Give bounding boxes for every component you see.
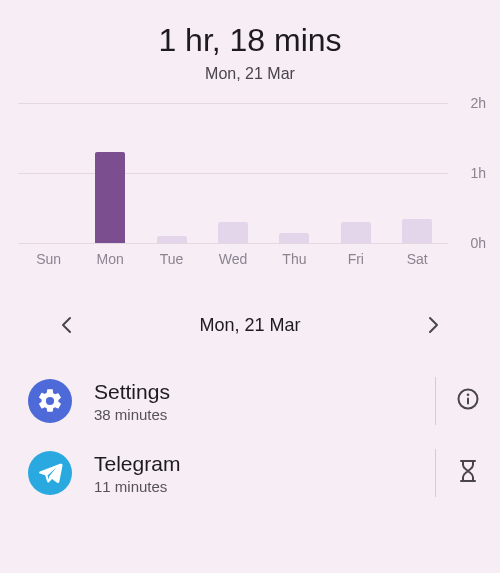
chart-x-tick-label: Wed [202, 251, 263, 267]
usage-bar-chart[interactable]: 0h1h2hSunMonTueWedThuFriSat [0, 103, 500, 273]
chart-x-tick-label: Tue [141, 251, 202, 267]
chart-x-tick-label: Sun [18, 251, 79, 267]
chart-y-tick-label: 1h [470, 165, 486, 181]
chart-bar-slot[interactable]: Thu [264, 103, 325, 243]
app-name: Settings [94, 380, 427, 404]
chart-bar-slot[interactable]: Tue [141, 103, 202, 243]
chevron-left-icon [60, 316, 72, 334]
date-nav-label: Mon, 21 Mar [199, 315, 300, 336]
chart-bar-slot[interactable]: Sun [18, 103, 79, 243]
total-time: 1 hr, 18 mins [0, 22, 500, 59]
svg-point-1 [467, 394, 470, 397]
date-navigator: Mon, 21 Mar [0, 311, 500, 339]
settings-icon [28, 379, 72, 423]
app-text: Settings38 minutes [94, 380, 427, 423]
app-timer-button[interactable] [454, 459, 482, 487]
telegram-icon [28, 451, 72, 495]
app-row[interactable]: Telegram11 minutes [0, 437, 500, 509]
svg-rect-2 [467, 398, 469, 405]
chart-bars: SunMonTueWedThuFriSat [18, 103, 448, 243]
chart-x-tick-label: Thu [264, 251, 325, 267]
next-day-button[interactable] [420, 311, 448, 339]
app-duration: 11 minutes [94, 478, 427, 495]
app-text: Telegram11 minutes [94, 452, 427, 495]
chart-bar-slot[interactable]: Wed [202, 103, 263, 243]
info-icon [456, 387, 480, 415]
chevron-right-icon [428, 316, 440, 334]
separator [435, 449, 436, 497]
hourglass-icon [457, 459, 479, 487]
total-date: Mon, 21 Mar [0, 65, 500, 83]
chart-bar [95, 152, 125, 243]
chart-bar [157, 236, 187, 243]
summary-header: 1 hr, 18 mins Mon, 21 Mar [0, 0, 500, 83]
chart-bar-slot[interactable]: Mon [79, 103, 140, 243]
chart-bar-slot[interactable]: Fri [325, 103, 386, 243]
app-name: Telegram [94, 452, 427, 476]
chart-bar [402, 219, 432, 244]
chart-y-tick-label: 2h [470, 95, 486, 111]
chart-bar-slot[interactable]: Sat [387, 103, 448, 243]
chart-x-tick-label: Mon [79, 251, 140, 267]
app-info-button[interactable] [454, 387, 482, 415]
chart-bar [341, 222, 371, 243]
prev-day-button[interactable] [52, 311, 80, 339]
app-duration: 38 minutes [94, 406, 427, 423]
chart-bar [279, 233, 309, 244]
chart-gridline [18, 243, 448, 244]
app-row[interactable]: Settings38 minutes [0, 365, 500, 437]
chart-x-tick-label: Sat [387, 251, 448, 267]
separator [435, 377, 436, 425]
chart-x-tick-label: Fri [325, 251, 386, 267]
chart-y-tick-label: 0h [470, 235, 486, 251]
app-usage-list: Settings38 minutesTelegram11 minutes [0, 365, 500, 509]
chart-bar [218, 222, 248, 243]
